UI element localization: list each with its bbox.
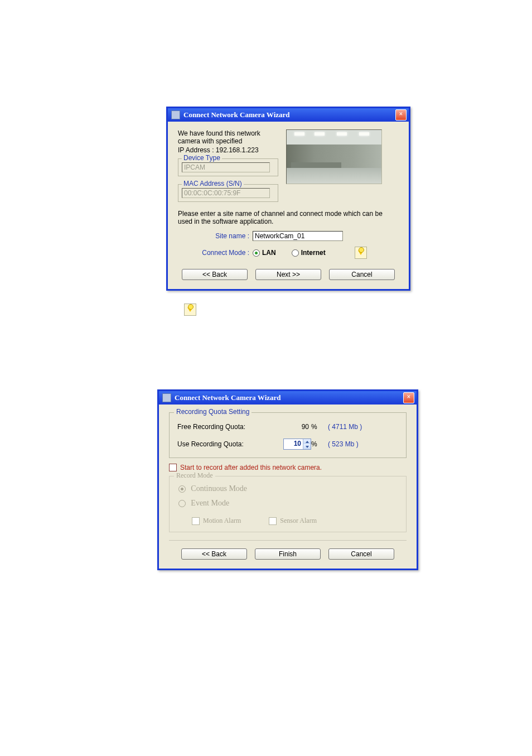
instruction-text: Please enter a site name of channel and …	[178, 210, 399, 225]
percent-sign: %	[309, 440, 321, 448]
close-icon[interactable]: ×	[395, 109, 407, 121]
free-quota-mb: ( 4711 Mb )	[321, 423, 362, 431]
internet-label: Internet	[301, 249, 326, 257]
app-icon	[162, 393, 171, 402]
percent-sign: %	[311, 423, 321, 431]
record-mode-legend: Record Mode	[174, 471, 215, 480]
found-text-2: IP Address : 192.168.1.223	[178, 146, 278, 154]
chevron-down-icon	[306, 446, 309, 448]
mac-legend: MAC Address (S/N)	[182, 180, 244, 187]
next-button[interactable]: Next >>	[255, 269, 321, 280]
lan-radio[interactable]	[253, 249, 260, 257]
start-record-checkbox[interactable]	[169, 464, 177, 471]
lan-label: LAN	[262, 249, 276, 257]
continuous-label: Continuous Mode	[191, 484, 247, 493]
found-text-1: We have found this network camera with s…	[178, 129, 278, 145]
use-quota-spinner[interactable]: 10	[283, 439, 311, 450]
hint-button[interactable]	[355, 247, 367, 259]
site-name-label: Site name :	[178, 232, 253, 240]
wizard-dialog-quota: Connect Network Camera Wizard × Recordin…	[157, 389, 418, 570]
titlebar[interactable]: Connect Network Camera Wizard ×	[168, 107, 409, 122]
sensor-label: Sensor Alarm	[280, 517, 317, 525]
divider	[169, 540, 407, 541]
record-mode-group: Record Mode Continuous Mode Event Mode M…	[169, 476, 407, 532]
event-radio	[178, 500, 186, 507]
start-record-label: Start to record after added this network…	[180, 464, 322, 471]
cancel-button[interactable]: Cancel	[328, 548, 394, 560]
close-icon[interactable]: ×	[403, 392, 414, 403]
motion-label: Motion Alarm	[203, 517, 241, 525]
back-button[interactable]: << Back	[181, 548, 247, 560]
lightbulb-icon	[358, 251, 364, 255]
device-type-field	[182, 162, 270, 172]
window-title: Connect Network Camera Wizard	[175, 393, 403, 402]
event-label: Event Mode	[191, 499, 229, 507]
chevron-up-icon	[306, 441, 309, 443]
device-type-legend: Device Type	[182, 154, 222, 162]
continuous-radio	[178, 485, 186, 493]
window-title: Connect Network Camera Wizard	[183, 110, 395, 119]
motion-checkbox	[192, 517, 200, 525]
sensor-checkbox	[269, 517, 277, 525]
use-quota-label: Use Recording Quota:	[177, 440, 283, 448]
back-button[interactable]: << Back	[182, 269, 248, 280]
finish-button[interactable]: Finish	[255, 548, 321, 560]
quota-legend: Recording Quota Setting	[174, 408, 252, 416]
connect-mode-label: Connect Mode :	[178, 249, 253, 257]
lightbulb-icon	[187, 307, 193, 312]
site-name-input[interactable]	[253, 231, 343, 241]
titlebar[interactable]: Connect Network Camera Wizard ×	[159, 389, 417, 405]
use-quota-mb: ( 523 Mb )	[321, 440, 359, 448]
wizard-dialog-site: Connect Network Camera Wizard × We have …	[166, 107, 410, 291]
internet-radio[interactable]	[292, 249, 299, 257]
app-icon	[171, 110, 180, 119]
hint-button-standalone[interactable]	[184, 304, 196, 316]
mac-field	[182, 188, 270, 198]
camera-preview	[286, 129, 382, 184]
use-quota-value: 10	[284, 439, 303, 449]
cancel-button[interactable]: Cancel	[329, 269, 395, 280]
free-quota-value: 90	[283, 423, 311, 431]
free-quota-label: Free Recording Quota:	[177, 423, 283, 431]
